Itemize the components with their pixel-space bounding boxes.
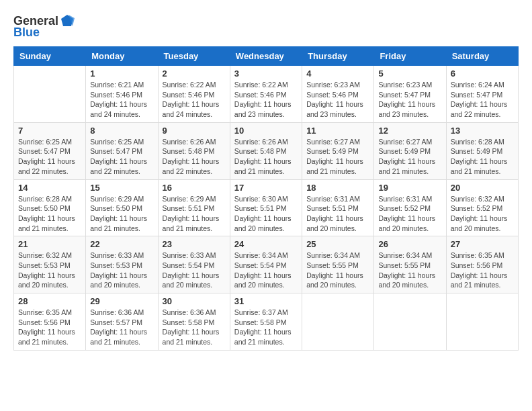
day-header-monday: Monday	[86, 47, 158, 66]
day-number: 14	[18, 183, 81, 193]
calendar-cell: 19Sunrise: 6:31 AM Sunset: 5:52 PM Dayli…	[374, 179, 446, 236]
day-number: 12	[378, 126, 441, 136]
day-number: 31	[234, 296, 298, 306]
day-info: Sunrise: 6:34 AM Sunset: 5:55 PM Dayligh…	[306, 250, 369, 290]
day-number: 24	[234, 239, 298, 249]
calendar-cell: 7Sunrise: 6:25 AM Sunset: 5:47 PM Daylig…	[14, 122, 86, 179]
calendar-cell	[374, 293, 446, 351]
calendar-cell: 30Sunrise: 6:36 AM Sunset: 5:58 PM Dayli…	[158, 293, 230, 351]
day-header-tuesday: Tuesday	[158, 47, 230, 66]
day-number: 1	[90, 68, 153, 79]
day-header-thursday: Thursday	[302, 47, 374, 66]
day-info: Sunrise: 6:23 AM Sunset: 5:46 PM Dayligh…	[306, 80, 369, 120]
calendar-cell: 28Sunrise: 6:35 AM Sunset: 5:56 PM Dayli…	[14, 293, 86, 351]
day-info: Sunrise: 6:27 AM Sunset: 5:49 PM Dayligh…	[306, 137, 369, 177]
day-number: 17	[234, 183, 298, 193]
calendar-cell: 4Sunrise: 6:23 AM Sunset: 5:46 PM Daylig…	[302, 66, 374, 123]
calendar-cell: 11Sunrise: 6:27 AM Sunset: 5:49 PM Dayli…	[302, 122, 374, 179]
day-info: Sunrise: 6:33 AM Sunset: 5:54 PM Dayligh…	[163, 250, 226, 290]
calendar-week-row: 21Sunrise: 6:32 AM Sunset: 5:53 PM Dayli…	[14, 236, 519, 293]
calendar-cell: 22Sunrise: 6:33 AM Sunset: 5:53 PM Dayli…	[86, 236, 158, 293]
day-number: 30	[163, 296, 226, 306]
day-number: 13	[451, 126, 514, 136]
day-number: 18	[306, 183, 369, 193]
day-number: 21	[18, 239, 81, 249]
day-header-friday: Friday	[374, 47, 446, 66]
day-info: Sunrise: 6:22 AM Sunset: 5:46 PM Dayligh…	[234, 80, 298, 120]
calendar-cell: 6Sunrise: 6:24 AM Sunset: 5:47 PM Daylig…	[446, 66, 518, 123]
calendar-cell	[446, 293, 518, 351]
day-number: 15	[90, 183, 153, 193]
day-info: Sunrise: 6:24 AM Sunset: 5:47 PM Dayligh…	[451, 80, 514, 120]
day-info: Sunrise: 6:26 AM Sunset: 5:48 PM Dayligh…	[234, 137, 298, 177]
day-number: 25	[306, 239, 369, 249]
calendar-cell: 26Sunrise: 6:34 AM Sunset: 5:55 PM Dayli…	[374, 236, 446, 293]
day-number: 7	[18, 126, 81, 136]
day-info: Sunrise: 6:36 AM Sunset: 5:58 PM Dayligh…	[163, 308, 226, 347]
calendar-cell: 9Sunrise: 6:26 AM Sunset: 5:48 PM Daylig…	[158, 122, 230, 179]
calendar-cell: 10Sunrise: 6:26 AM Sunset: 5:48 PM Dayli…	[230, 122, 302, 179]
day-number: 8	[90, 126, 153, 136]
day-info: Sunrise: 6:34 AM Sunset: 5:55 PM Dayligh…	[378, 250, 441, 290]
day-number: 5	[378, 68, 441, 79]
day-info: Sunrise: 6:36 AM Sunset: 5:57 PM Dayligh…	[90, 308, 153, 347]
day-number: 3	[234, 68, 298, 79]
day-info: Sunrise: 6:33 AM Sunset: 5:53 PM Dayligh…	[90, 250, 153, 290]
day-number: 27	[451, 239, 514, 249]
day-info: Sunrise: 6:25 AM Sunset: 5:47 PM Dayligh…	[18, 137, 81, 177]
calendar-cell: 15Sunrise: 6:29 AM Sunset: 5:50 PM Dayli…	[86, 179, 158, 236]
day-info: Sunrise: 6:34 AM Sunset: 5:54 PM Dayligh…	[234, 250, 298, 290]
logo-icon	[60, 13, 75, 28]
calendar-cell: 24Sunrise: 6:34 AM Sunset: 5:54 PM Dayli…	[230, 236, 302, 293]
calendar-week-row: 14Sunrise: 6:28 AM Sunset: 5:50 PM Dayli…	[14, 179, 519, 236]
day-info: Sunrise: 6:21 AM Sunset: 5:46 PM Dayligh…	[90, 80, 153, 120]
page-header: General Blue	[13, 13, 519, 40]
calendar-cell: 27Sunrise: 6:35 AM Sunset: 5:56 PM Dayli…	[446, 236, 518, 293]
calendar-cell	[302, 293, 374, 351]
calendar-cell: 3Sunrise: 6:22 AM Sunset: 5:46 PM Daylig…	[230, 66, 302, 123]
logo: General Blue	[13, 13, 75, 40]
day-info: Sunrise: 6:32 AM Sunset: 5:52 PM Dayligh…	[451, 194, 514, 234]
day-info: Sunrise: 6:28 AM Sunset: 5:49 PM Dayligh…	[451, 137, 514, 177]
calendar-cell: 17Sunrise: 6:30 AM Sunset: 5:51 PM Dayli…	[230, 179, 302, 236]
day-info: Sunrise: 6:25 AM Sunset: 5:47 PM Dayligh…	[90, 137, 153, 177]
calendar-cell: 12Sunrise: 6:27 AM Sunset: 5:49 PM Dayli…	[374, 122, 446, 179]
calendar-cell: 16Sunrise: 6:29 AM Sunset: 5:51 PM Dayli…	[158, 179, 230, 236]
day-info: Sunrise: 6:28 AM Sunset: 5:50 PM Dayligh…	[18, 194, 81, 234]
day-header-wednesday: Wednesday	[230, 47, 302, 66]
day-number: 4	[306, 68, 369, 79]
calendar-cell: 2Sunrise: 6:22 AM Sunset: 5:46 PM Daylig…	[158, 66, 230, 123]
day-info: Sunrise: 6:26 AM Sunset: 5:48 PM Dayligh…	[163, 137, 226, 177]
day-number: 19	[378, 183, 441, 193]
calendar-week-row: 1Sunrise: 6:21 AM Sunset: 5:46 PM Daylig…	[14, 66, 519, 123]
calendar-cell: 20Sunrise: 6:32 AM Sunset: 5:52 PM Dayli…	[446, 179, 518, 236]
calendar-cell: 5Sunrise: 6:23 AM Sunset: 5:47 PM Daylig…	[374, 66, 446, 123]
day-number: 22	[90, 239, 153, 249]
day-number: 2	[163, 68, 226, 79]
calendar-cell: 18Sunrise: 6:31 AM Sunset: 5:51 PM Dayli…	[302, 179, 374, 236]
day-info: Sunrise: 6:32 AM Sunset: 5:53 PM Dayligh…	[18, 250, 81, 290]
day-info: Sunrise: 6:35 AM Sunset: 5:56 PM Dayligh…	[18, 308, 81, 347]
calendar-week-row: 28Sunrise: 6:35 AM Sunset: 5:56 PM Dayli…	[14, 293, 519, 351]
day-number: 16	[163, 183, 226, 193]
day-header-saturday: Saturday	[446, 47, 518, 66]
calendar-cell: 1Sunrise: 6:21 AM Sunset: 5:46 PM Daylig…	[86, 66, 158, 123]
day-header-sunday: Sunday	[14, 47, 86, 66]
day-info: Sunrise: 6:27 AM Sunset: 5:49 PM Dayligh…	[378, 137, 441, 177]
calendar-week-row: 7Sunrise: 6:25 AM Sunset: 5:47 PM Daylig…	[14, 122, 519, 179]
day-info: Sunrise: 6:29 AM Sunset: 5:50 PM Dayligh…	[90, 194, 153, 234]
calendar-header-row: SundayMondayTuesdayWednesdayThursdayFrid…	[14, 47, 519, 66]
day-info: Sunrise: 6:31 AM Sunset: 5:52 PM Dayligh…	[378, 194, 441, 234]
day-number: 28	[18, 296, 81, 306]
day-number: 26	[378, 239, 441, 249]
day-info: Sunrise: 6:35 AM Sunset: 5:56 PM Dayligh…	[451, 250, 514, 290]
day-number: 23	[163, 239, 226, 249]
day-number: 10	[234, 126, 298, 136]
calendar-cell: 29Sunrise: 6:36 AM Sunset: 5:57 PM Dayli…	[86, 293, 158, 351]
calendar-cell: 14Sunrise: 6:28 AM Sunset: 5:50 PM Dayli…	[14, 179, 86, 236]
calendar-table: SundayMondayTuesdayWednesdayThursdayFrid…	[13, 46, 519, 351]
calendar-cell: 31Sunrise: 6:37 AM Sunset: 5:58 PM Dayli…	[230, 293, 302, 351]
day-number: 6	[451, 68, 514, 79]
day-info: Sunrise: 6:23 AM Sunset: 5:47 PM Dayligh…	[378, 80, 441, 120]
day-number: 29	[90, 296, 153, 306]
